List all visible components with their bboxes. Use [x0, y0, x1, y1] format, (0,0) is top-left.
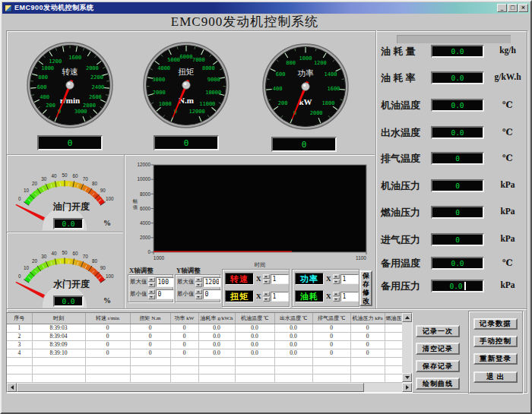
- svg-text:600: 600: [37, 84, 47, 90]
- save-changes-button[interactable]: 保存修改: [359, 270, 372, 306]
- legend-color-chip-功率[interactable]: 功率: [295, 273, 324, 285]
- manual-control-button[interactable]: 手动控制: [473, 336, 518, 347]
- readout-label: 油 耗 量: [381, 45, 435, 58]
- spinner-up-icon[interactable]: [148, 277, 155, 282]
- svg-text:40: 40: [52, 251, 58, 256]
- legend-color-chip-油耗[interactable]: 油耗: [295, 290, 324, 302]
- spinner-control[interactable]: [148, 277, 155, 287]
- table-cell: 4: [7, 349, 32, 357]
- svg-text:10: 10: [24, 188, 30, 193]
- spinner-control[interactable]: [263, 292, 270, 302]
- spinner-down-icon[interactable]: [195, 283, 202, 287]
- readout-unit: ℃: [487, 127, 528, 137]
- readout-unit: kPa: [487, 207, 528, 216]
- exit-button[interactable]: 退 出: [473, 371, 518, 383]
- scroll-left-icon[interactable]: [7, 383, 17, 392]
- readout-value: 0.0: [451, 47, 464, 55]
- close-icon[interactable]: ×: [518, 4, 528, 12]
- save-records-button[interactable]: 保存记录: [416, 360, 460, 372]
- table-cell: [85, 365, 130, 374]
- table-cell: 1: [7, 324, 32, 332]
- draw-curve-button[interactable]: 绘制曲线: [416, 378, 460, 390]
- svg-text:1200: 1200: [314, 60, 327, 66]
- record-once-button[interactable]: 记录一次: [416, 325, 460, 337]
- svg-text:1200: 1200: [49, 58, 62, 65]
- spinner-down-icon[interactable]: [263, 297, 270, 302]
- clear-records-button[interactable]: 清空记录: [416, 343, 460, 355]
- hscroll-thumb[interactable]: [17, 383, 364, 392]
- axis-adjust-input[interactable]: [203, 289, 221, 299]
- spinner-control[interactable]: [148, 289, 155, 299]
- relogin-button[interactable]: 重新登录: [473, 353, 518, 365]
- legend-item-扭矩: 扭矩X: [225, 289, 289, 303]
- table-cell: [385, 365, 402, 374]
- spinner-control[interactable]: [333, 274, 340, 284]
- readout-label: 油 耗 率: [381, 71, 435, 85]
- legend-color-chip-转速[interactable]: 转速: [225, 273, 254, 285]
- readout-row-备用温度: 备用温度0.0℃: [379, 256, 529, 271]
- table-cell: [312, 357, 350, 365]
- readout-unit: ℃: [487, 258, 528, 268]
- readout-value: 0.0: [451, 259, 464, 267]
- record-data-button[interactable]: 记录数据: [473, 318, 518, 330]
- table-cell: 2: [7, 332, 32, 340]
- table-cell: [274, 374, 312, 382]
- spinner-control[interactable]: [195, 277, 202, 287]
- scroll-down-icon[interactable]: [402, 373, 412, 382]
- spinner-control[interactable]: [333, 292, 340, 302]
- svg-text:0: 0: [147, 249, 150, 254]
- spinner-down-icon[interactable]: [263, 280, 270, 284]
- spinner-up-icon[interactable]: [148, 289, 155, 294]
- scroll-right-icon[interactable]: [402, 383, 412, 392]
- axis-adjust-input[interactable]: [203, 277, 221, 287]
- table-cell: [235, 365, 274, 374]
- spinner-up-icon[interactable]: [263, 292, 270, 296]
- svg-text:10: 10: [24, 265, 30, 270]
- svg-text:200: 200: [278, 100, 288, 106]
- spinner-up-icon[interactable]: [195, 289, 202, 294]
- axis-adjust-input[interactable]: [156, 289, 174, 299]
- spinner-control[interactable]: [195, 289, 202, 299]
- spinner-down-icon[interactable]: [195, 295, 202, 299]
- maximize-icon[interactable]: □: [508, 4, 518, 12]
- spinner-control[interactable]: [263, 274, 270, 284]
- svg-text:50: 50: [62, 172, 68, 178]
- axis-adjust-label: 最大值: [130, 278, 147, 286]
- legend-factor-input[interactable]: [340, 292, 359, 302]
- window-title: EMC900发动机控制系统: [14, 4, 496, 12]
- readout-led[interactable]: 0.0: [431, 280, 484, 292]
- readout-led: 0: [431, 206, 484, 219]
- spinner-up-icon[interactable]: [263, 274, 270, 279]
- spinner-down-icon[interactable]: [148, 295, 155, 299]
- legend-factor-input[interactable]: [271, 292, 289, 302]
- svg-text:90: 90: [100, 188, 106, 193]
- legend-color-chip-扭矩[interactable]: 扭矩: [225, 290, 254, 302]
- spinner-up-icon[interactable]: [333, 274, 340, 279]
- table-cell: 8:39:03: [32, 324, 85, 332]
- spinner-up-icon[interactable]: [333, 292, 340, 296]
- text-caret: [464, 282, 466, 290]
- scroll-up-icon[interactable]: [402, 313, 412, 322]
- axis-adjust-input[interactable]: [156, 277, 174, 287]
- svg-text:7000: 7000: [192, 57, 205, 63]
- table-cell: [170, 357, 198, 365]
- table-vscrollbar[interactable]: [402, 313, 412, 382]
- spinner-down-icon[interactable]: [148, 283, 155, 287]
- table-cell: 0: [130, 332, 170, 340]
- table-cell: 0: [85, 349, 130, 357]
- legend-x-label: X: [326, 292, 331, 300]
- spinner-down-icon[interactable]: [333, 297, 340, 302]
- svg-text:400: 400: [40, 94, 49, 100]
- spinner-up-icon[interactable]: [195, 277, 202, 282]
- svg-text:2400: 2400: [91, 84, 104, 90]
- svg-text:80: 80: [92, 181, 98, 186]
- spinner-down-icon[interactable]: [333, 280, 340, 284]
- readout-value: 0: [455, 154, 460, 163]
- table-hscrollbar[interactable]: [7, 383, 412, 392]
- svg-text:2000: 2000: [310, 110, 323, 116]
- minimize-icon[interactable]: _: [497, 4, 507, 12]
- readout-label: 机油压力: [381, 179, 435, 193]
- legend-factor-input[interactable]: [340, 274, 359, 284]
- legend-factor-input[interactable]: [271, 274, 289, 284]
- meter-name: 油门开度: [26, 201, 117, 211]
